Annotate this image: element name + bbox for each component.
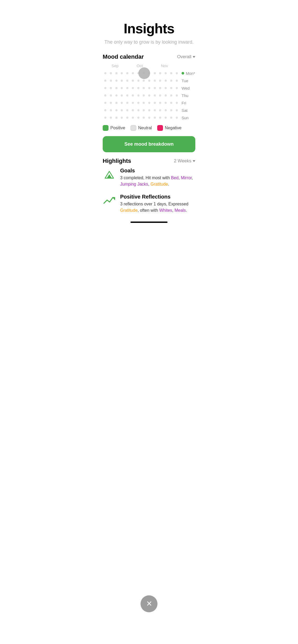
dot-cell [169, 114, 174, 121]
legend-neutral: Neutral [130, 125, 152, 131]
dot-cell [147, 84, 152, 92]
dot-cell [119, 99, 125, 107]
month-labels: Sep Oct Nov [103, 63, 195, 68]
legend-negative-label: Negative [165, 126, 182, 130]
dot-cell [163, 84, 169, 92]
dot-cell [169, 92, 174, 99]
chevron-down-icon [193, 160, 195, 162]
dot-cell [157, 107, 163, 114]
dot-cell [152, 70, 157, 77]
legend-positive-label: Positive [110, 126, 125, 130]
dot-cell [174, 77, 179, 84]
timeline-indicator[interactable] [138, 67, 150, 79]
dot-cell [174, 70, 179, 77]
dot-cell [174, 114, 179, 121]
dot-cell [114, 77, 119, 84]
dot-cell [108, 77, 114, 84]
svg-marker-1 [107, 174, 112, 178]
dot-cell [169, 107, 174, 114]
dot-cell [136, 77, 141, 84]
calendar-dots-area [103, 70, 179, 121]
dot-cell [174, 84, 179, 92]
dot-cell [157, 99, 163, 107]
highlights-filter[interactable]: 2 Weeks [174, 158, 195, 164]
link-mirror[interactable]: Mirror [181, 176, 192, 180]
goals-icon [103, 168, 116, 181]
dot-cell [130, 92, 136, 99]
legend-neutral-label: Neutral [138, 126, 152, 130]
dot-cell [114, 84, 119, 92]
dot-cell [163, 114, 169, 121]
dot-cell [157, 70, 163, 77]
dot-cell [157, 92, 163, 99]
dot-cell [114, 114, 119, 121]
mood-breakdown-button[interactable]: See mood breakdown [103, 136, 195, 152]
dot-cell [108, 70, 114, 77]
day-label-thu: Thu [179, 92, 195, 99]
dot-cell [103, 107, 108, 114]
dot-cell [141, 99, 147, 107]
dot-cell [152, 77, 157, 84]
dot-cell [103, 84, 108, 92]
dot-cell [125, 99, 130, 107]
chevron-down-icon [193, 56, 195, 58]
link-gratitude-goals[interactable]: Gratitude [151, 182, 168, 186]
dot-cell [163, 107, 169, 114]
positive-dot [103, 125, 109, 131]
dot-cell [125, 107, 130, 114]
link-meals[interactable]: Meals [174, 208, 186, 213]
dot-cell [125, 70, 130, 77]
dot-cell [152, 114, 157, 121]
close-button[interactable]: ✕ [141, 595, 157, 612]
dot-cell [169, 77, 174, 84]
dot-cell [174, 107, 179, 114]
day-label-wed: Wed [179, 84, 195, 92]
dot-cell [119, 70, 125, 77]
day-label-fri: Fri [179, 99, 195, 107]
dot-cell [147, 114, 152, 121]
positive-reflections-content: Positive Reflections 3 reflections over … [120, 194, 195, 214]
page-wrapper: Insights The only way to grow is by look… [97, 0, 201, 236]
dot-cell [163, 92, 169, 99]
dot-cell [119, 107, 125, 114]
dot-cell [163, 70, 169, 77]
dot-cell [147, 99, 152, 107]
positive-reflections-title: Positive Reflections [120, 194, 195, 200]
legend-negative: Negative [157, 125, 182, 131]
mood-calendar-title: Mood calendar [103, 53, 144, 60]
dot-cell [125, 84, 130, 92]
dot-cell [163, 99, 169, 107]
dot-cell [157, 77, 163, 84]
dot-cell [152, 107, 157, 114]
legend-positive: Positive [103, 125, 125, 131]
dot-cell [108, 92, 114, 99]
link-bed[interactable]: Bed [171, 176, 178, 180]
dot-cell [125, 114, 130, 121]
dot-cell [130, 114, 136, 121]
dot-cell [114, 99, 119, 107]
dot-cell [108, 99, 114, 107]
dot-cell [136, 84, 141, 92]
mood-calendar-filter[interactable]: Overall [177, 54, 195, 59]
dot-cell [130, 84, 136, 92]
dot-cell [141, 84, 147, 92]
page-subtitle: The only way to grow is by looking inwar… [103, 39, 195, 45]
dot-cell [130, 77, 136, 84]
month-sep: Sep [103, 63, 127, 68]
month-oct: Oct [127, 63, 152, 68]
home-indicator [130, 222, 168, 223]
day-label-mon: Mon* [179, 70, 195, 77]
dot-cell [103, 77, 108, 84]
dot-cell [136, 114, 141, 121]
dot-cell [141, 114, 147, 121]
dot-cell [125, 77, 130, 84]
dot-cell [119, 84, 125, 92]
link-gratitude-reflections[interactable]: Gratitude [120, 208, 138, 213]
dot-cell [130, 70, 136, 77]
link-jumping-jacks[interactable]: Jumping Jacks [120, 182, 148, 186]
dot-cell [147, 107, 152, 114]
link-whites[interactable]: Whites [159, 208, 172, 213]
header: Insights The only way to grow is by look… [97, 0, 201, 53]
dot-cell [108, 107, 114, 114]
dot-cell [147, 92, 152, 99]
